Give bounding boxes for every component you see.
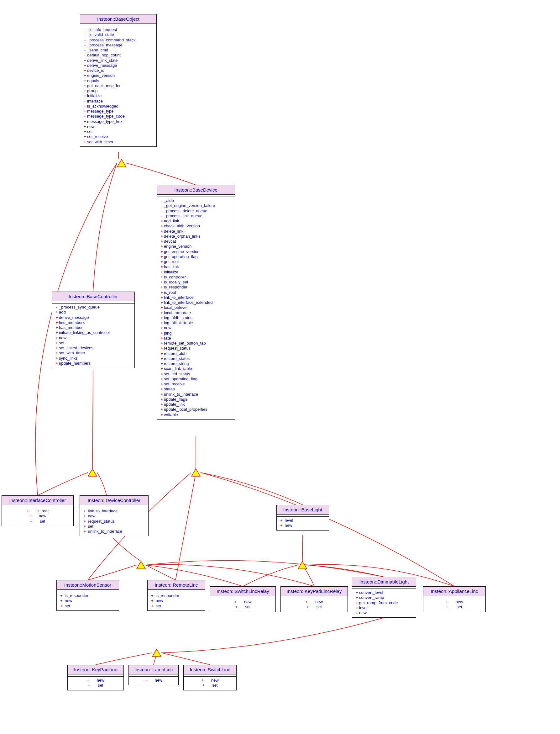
visibility-icon: +	[83, 129, 87, 134]
visibility-icon: +	[83, 114, 87, 119]
visibility-icon: +	[83, 63, 87, 68]
class-title: Insteon::LampLinc	[129, 665, 178, 674]
member-line: +interface	[81, 99, 156, 104]
member-line: +set_with_timer	[53, 350, 134, 355]
class-title: Insteon::DimmableLight	[352, 577, 416, 587]
member-line: +ping	[158, 331, 234, 336]
visibility-icon: +	[83, 99, 87, 104]
visibility-icon: +	[160, 239, 164, 244]
visibility-icon: +	[160, 356, 164, 361]
generalization-icon	[298, 561, 307, 569]
member-name: add	[59, 310, 66, 314]
visibility-icon: -	[160, 198, 164, 203]
member-line: +set_operating_flag	[158, 377, 234, 382]
visibility-icon: +	[160, 249, 164, 254]
visibility-icon: +	[160, 387, 164, 392]
member-name: get_engine_version	[164, 249, 199, 254]
class-title: Insteon::KeyPadLincRelay	[281, 587, 348, 596]
visibility-icon: +	[160, 382, 164, 387]
member-line: +new	[53, 335, 134, 340]
class-title: Insteon::BaseController	[52, 292, 134, 301]
member-line: +rate	[158, 336, 234, 341]
member-line: -_process_delete_queue	[158, 208, 234, 213]
member-line: +set	[184, 683, 236, 688]
class-title: Insteon::BaseDevice	[157, 185, 235, 195]
member-line: +set_linked_devices	[53, 345, 134, 350]
member-line: +group	[81, 88, 156, 93]
member-name: set	[457, 605, 462, 609]
member-name: states	[164, 387, 175, 391]
visibility-icon: +	[160, 270, 164, 275]
member-name: find_members	[59, 320, 85, 325]
member-line: +restore_states	[158, 356, 234, 361]
member-line: +message_type	[81, 109, 156, 114]
member-name: set_operating_flag	[164, 377, 197, 381]
class-members: +new+set	[423, 598, 485, 612]
member-line: -_process_sync_queue	[53, 305, 134, 310]
member-name: new	[284, 523, 292, 528]
member-line: -_process_command_stack	[81, 38, 156, 43]
inheritance-edge	[146, 565, 175, 580]
inheritance-edge	[175, 473, 196, 580]
member-line: -_is_valid_state	[81, 32, 156, 37]
visibility-icon: +	[83, 83, 87, 88]
member-name: set	[245, 605, 250, 609]
member-line: +new	[3, 514, 73, 519]
inheritance-edge	[161, 653, 210, 665]
visibility-icon: +	[55, 345, 59, 350]
member-line: +has_link	[158, 264, 234, 269]
member-name: _is_valid_state	[87, 32, 114, 37]
member-name: new	[39, 514, 46, 518]
inheritance-edge	[113, 538, 141, 561]
visibility-icon: +	[234, 600, 237, 605]
member-name: new	[87, 514, 95, 518]
member-line: +check_aldb_version	[158, 223, 234, 228]
member-name: writable	[164, 412, 178, 417]
visibility-icon: +	[82, 509, 87, 514]
visibility-icon: +	[83, 78, 87, 83]
member-line: +link_to_interface	[158, 295, 234, 300]
member-line: +engine_version	[158, 244, 234, 249]
member-name: message_type_hex	[87, 119, 123, 124]
member-line: + link_to_interface	[81, 509, 148, 514]
member-name: log_aldb_status	[164, 315, 192, 320]
visibility-icon: +	[446, 600, 448, 605]
visibility-icon: -	[83, 38, 87, 43]
visibility-icon: +	[29, 514, 31, 519]
visibility-icon: +	[83, 134, 87, 139]
member-line: + level	[277, 518, 328, 523]
visibility-icon: +	[55, 356, 59, 361]
visibility-icon: +	[355, 595, 359, 600]
member-name: get_root	[164, 259, 179, 264]
visibility-icon: +	[355, 606, 359, 611]
member-line: +new	[129, 678, 178, 683]
visibility-icon: +	[160, 372, 164, 377]
visibility-icon: +	[160, 280, 164, 285]
visibility-icon: +	[83, 53, 87, 58]
class-members: + is_responder+ new+ set	[57, 592, 119, 611]
member-line: +set	[424, 605, 485, 610]
member-line: +convert_level	[353, 590, 415, 595]
visibility-icon: +	[55, 320, 59, 325]
class-members: -_aldb-_get_engine_version_failure-_proc…	[157, 197, 235, 419]
visibility-icon: -	[83, 43, 87, 48]
member-line: +get_operating_flag	[158, 254, 234, 259]
member-line: +device_id	[81, 68, 156, 73]
member-line: +is_responder	[158, 285, 234, 290]
visibility-icon: +	[160, 234, 164, 239]
visibility-icon: +	[160, 244, 164, 249]
member-name: set	[212, 683, 217, 688]
visibility-icon: +	[355, 590, 359, 595]
member-name: set_led_status	[164, 372, 190, 376]
visibility-icon: +	[83, 58, 87, 63]
member-line: +set	[68, 683, 123, 688]
visibility-icon: +	[55, 340, 59, 345]
member-name: set	[317, 605, 322, 609]
member-line: +get_ramp_from_code	[353, 600, 415, 606]
member-line: +update_flags	[158, 397, 234, 402]
member-line: +get_engine_version	[158, 249, 234, 254]
class-motionsensor: Insteon::MotionSensor+ is_responder+ new…	[56, 580, 119, 611]
member-name: is_responder	[164, 285, 187, 289]
member-line: + new	[277, 523, 328, 528]
class-separator	[281, 596, 348, 598]
